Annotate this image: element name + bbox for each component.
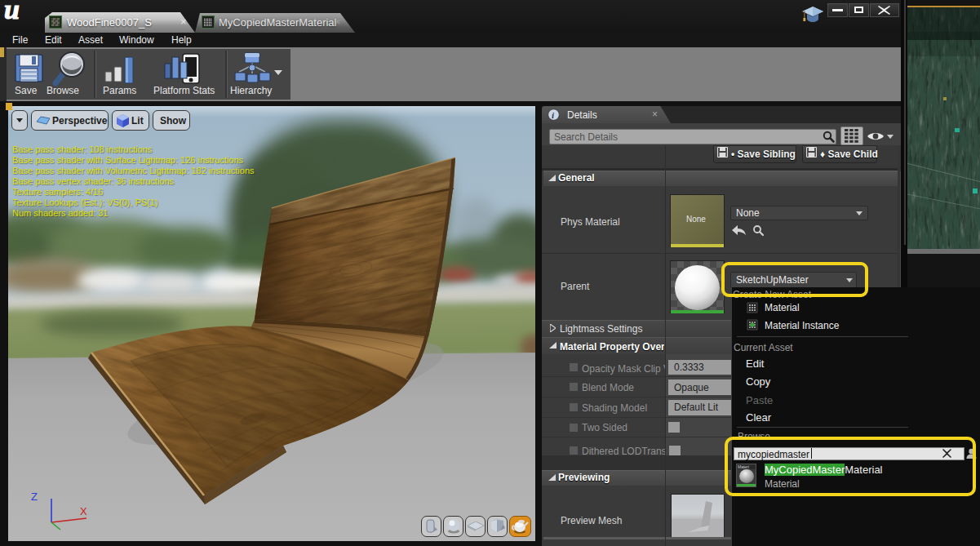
svg-text:X: X	[80, 505, 87, 517]
svg-text:Z: Z	[31, 491, 38, 503]
